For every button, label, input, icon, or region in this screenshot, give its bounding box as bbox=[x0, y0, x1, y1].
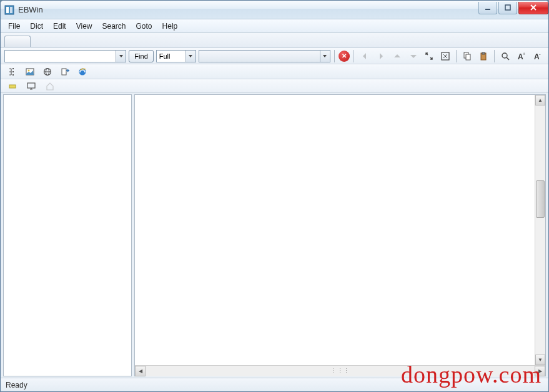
separator bbox=[456, 50, 457, 62]
svg-point-19 bbox=[28, 69, 30, 71]
monitor-icon[interactable] bbox=[24, 79, 38, 93]
globe-icon[interactable] bbox=[41, 65, 54, 79]
app-window: EBWin File Dict Edit View Search Goto He… bbox=[0, 0, 549, 392]
bookmark-icon[interactable] bbox=[6, 79, 19, 93]
copy-button[interactable] bbox=[460, 49, 474, 63]
stop-button[interactable] bbox=[339, 51, 350, 62]
content-pane: ▲ ▼ ◀ ⋮⋮⋮ ▶ bbox=[134, 94, 546, 376]
search-mode-combo[interactable]: Full bbox=[156, 50, 196, 62]
scroll-left-button[interactable]: ◀ bbox=[135, 366, 146, 376]
svg-rect-9 bbox=[482, 52, 485, 54]
secondary-toolbar bbox=[1, 64, 548, 79]
svg-rect-24 bbox=[9, 85, 16, 88]
results-pane[interactable] bbox=[3, 94, 132, 376]
mode-dropdown-button[interactable] bbox=[185, 51, 195, 62]
menu-dict[interactable]: Dict bbox=[25, 21, 48, 32]
svg-point-10 bbox=[502, 53, 507, 58]
app-icon bbox=[4, 5, 14, 15]
v-scroll-thumb[interactable] bbox=[536, 180, 545, 218]
maximize-button[interactable] bbox=[498, 2, 517, 14]
h-scroll-track[interactable]: ⋮⋮⋮ bbox=[146, 366, 535, 376]
font-increase-button[interactable]: A+ bbox=[515, 49, 528, 63]
menu-edit[interactable]: Edit bbox=[48, 21, 71, 32]
separator bbox=[494, 50, 495, 62]
vertical-scrollbar[interactable]: ▲ ▼ bbox=[535, 95, 545, 365]
search-combo[interactable] bbox=[4, 50, 126, 62]
statusbar: Ready bbox=[1, 378, 548, 391]
search-dropdown-button[interactable] bbox=[116, 51, 126, 62]
menu-help[interactable]: Help bbox=[157, 21, 183, 32]
menu-search[interactable]: Search bbox=[97, 21, 131, 32]
status-text: Ready bbox=[6, 381, 27, 390]
svg-rect-7 bbox=[466, 54, 470, 60]
dict-dropdown-button[interactable] bbox=[320, 51, 330, 62]
nav-forward-button[interactable] bbox=[374, 49, 388, 63]
zoom-button[interactable] bbox=[498, 49, 512, 63]
main-toolbar: Find Full bbox=[1, 48, 548, 64]
v-scroll-track[interactable] bbox=[535, 105, 545, 355]
content-view[interactable] bbox=[135, 95, 545, 365]
svg-rect-15 bbox=[12, 68, 14, 69]
picture-icon[interactable] bbox=[23, 65, 37, 79]
tabstrip bbox=[1, 33, 548, 48]
svg-text:-: - bbox=[539, 51, 541, 57]
scroll-grip-icon: ⋮⋮⋮ bbox=[331, 368, 350, 374]
find-button[interactable]: Find bbox=[129, 50, 153, 62]
font-decrease-button[interactable]: A- bbox=[531, 49, 545, 63]
ie-icon[interactable] bbox=[76, 65, 89, 79]
scroll-up-button[interactable]: ▲ bbox=[535, 95, 545, 105]
svg-rect-17 bbox=[12, 74, 14, 76]
svg-rect-25 bbox=[27, 83, 35, 88]
window-controls bbox=[477, 2, 548, 14]
window-title: EBWin bbox=[18, 5, 477, 14]
export-icon[interactable] bbox=[58, 65, 72, 79]
horizontal-scrollbar[interactable]: ◀ ⋮⋮⋮ ▶ bbox=[135, 365, 545, 376]
menu-file[interactable]: File bbox=[3, 21, 25, 32]
svg-rect-4 bbox=[505, 5, 510, 10]
svg-rect-2 bbox=[10, 7, 12, 13]
nav-down-button[interactable] bbox=[407, 49, 420, 63]
scroll-right-button[interactable]: ▶ bbox=[535, 366, 545, 376]
svg-rect-3 bbox=[485, 9, 490, 10]
separator bbox=[334, 50, 335, 62]
menubar: File Dict Edit View Search Goto Help bbox=[1, 19, 548, 33]
tree-view-icon[interactable] bbox=[6, 65, 19, 79]
tertiary-toolbar bbox=[1, 79, 548, 93]
content-area: ▲ ▼ ◀ ⋮⋮⋮ ▶ bbox=[1, 93, 548, 378]
menu-goto[interactable]: Goto bbox=[131, 21, 157, 32]
minimize-button[interactable] bbox=[478, 2, 497, 14]
svg-rect-1 bbox=[6, 7, 9, 13]
nav-up-button[interactable] bbox=[390, 49, 404, 63]
menu-view[interactable]: View bbox=[71, 21, 97, 32]
expand-button[interactable] bbox=[438, 49, 452, 63]
nav-back-button[interactable] bbox=[358, 49, 372, 63]
dictionary-combo[interactable] bbox=[199, 50, 330, 62]
tab-empty[interactable] bbox=[4, 36, 31, 47]
separator bbox=[354, 50, 354, 62]
svg-text:+: + bbox=[523, 52, 525, 56]
shrink-button[interactable] bbox=[423, 49, 437, 63]
scroll-down-button[interactable]: ▼ bbox=[535, 355, 545, 365]
svg-rect-22 bbox=[62, 69, 66, 75]
titlebar: EBWin bbox=[1, 1, 548, 19]
paste-button[interactable] bbox=[477, 49, 490, 63]
svg-rect-16 bbox=[12, 71, 14, 72]
close-button[interactable] bbox=[518, 2, 548, 14]
search-mode-value: Full bbox=[157, 52, 185, 60]
home-icon[interactable] bbox=[43, 79, 57, 93]
